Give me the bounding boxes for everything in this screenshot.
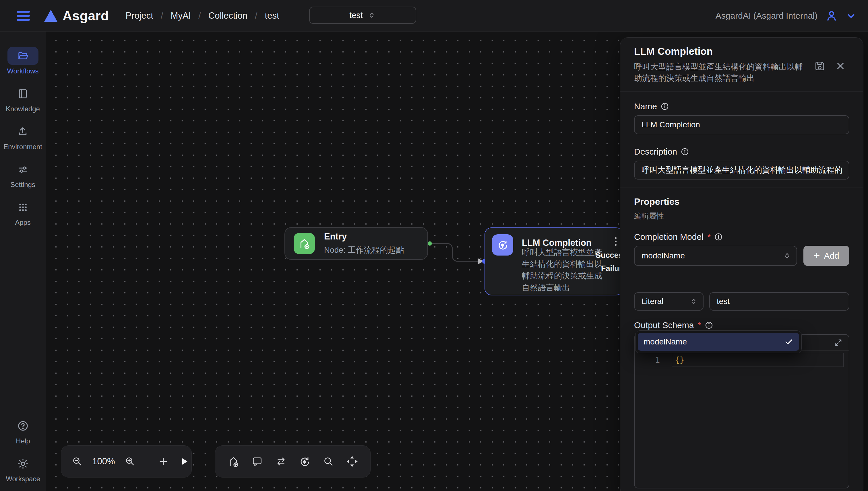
book-icon xyxy=(17,88,28,99)
swap-connections-button[interactable] xyxy=(274,455,288,468)
zoom-in-button[interactable] xyxy=(124,455,136,468)
comment-button[interactable] xyxy=(251,455,264,468)
sidebar-item-workflows[interactable]: Workflows xyxy=(7,47,38,75)
required-marker: * xyxy=(698,320,701,330)
properties-subtitle: 編輯屬性 xyxy=(634,211,849,221)
info-icon[interactable] xyxy=(714,233,723,241)
info-icon[interactable] xyxy=(660,102,669,111)
editor-code[interactable]: {} xyxy=(675,354,685,367)
info-icon[interactable] xyxy=(705,321,713,329)
refresh-dot-icon xyxy=(496,238,509,252)
search-icon xyxy=(322,455,335,468)
zoom-level: 100% xyxy=(91,456,116,467)
zoom-in-icon xyxy=(124,455,136,468)
search-canvas-button[interactable] xyxy=(322,455,335,468)
breadcrumb-project[interactable]: Project xyxy=(126,10,153,21)
top-bar: Asgard Project / MyAI / Collection / tes… xyxy=(0,0,868,32)
zoom-out-icon xyxy=(71,455,84,468)
refresh-dot-icon xyxy=(298,455,311,468)
completion-model-label: Completion Model * xyxy=(634,232,849,242)
gear-icon xyxy=(17,458,29,470)
node-llm-completion[interactable]: LLM Completion 呼叫大型語言模型並產生結構化的資料輸出以輔助流程的… xyxy=(485,227,623,295)
play-icon xyxy=(178,455,190,468)
user-icon[interactable] xyxy=(825,9,838,22)
properties-title: Properties xyxy=(634,197,849,207)
panel-divider xyxy=(620,91,863,92)
account-name: AsgardAI (Asgard Internal) xyxy=(715,11,817,21)
upload-icon xyxy=(17,126,28,137)
canvas-tools-toolbar xyxy=(215,445,371,478)
fit-view-button[interactable] xyxy=(346,455,359,468)
breadcrumb-separator: / xyxy=(255,10,257,21)
save-floppy-icon xyxy=(813,59,826,73)
sidebar-item-label: Help xyxy=(16,437,30,445)
sidebar-item-label: Settings xyxy=(10,181,35,189)
sidebar-item-help[interactable]: Help xyxy=(7,417,38,445)
description-field-label: Description xyxy=(634,147,849,156)
breadcrumb: Project / MyAI / Collection / test xyxy=(126,10,279,21)
brand-title: Asgard xyxy=(62,8,109,24)
check-icon xyxy=(784,337,793,346)
comment-icon xyxy=(251,455,264,468)
workflow-selector[interactable]: test xyxy=(309,7,416,24)
swap-arrows-icon xyxy=(274,455,288,468)
chevron-up-down-icon xyxy=(368,11,376,20)
chevron-up-down-icon xyxy=(690,297,698,306)
dropdown-item-modelname[interactable]: modelName xyxy=(638,333,799,351)
node-entry[interactable]: Entry Node: 工作流程的起點 xyxy=(284,227,428,260)
name-field-label: Name xyxy=(634,102,849,111)
help-icon xyxy=(17,420,29,432)
completion-model-select[interactable]: modelName xyxy=(634,246,797,266)
folder-icon xyxy=(17,50,29,62)
entry-node-title: Entry xyxy=(324,231,404,242)
description-input[interactable] xyxy=(634,161,849,179)
literal-type-select[interactable]: Literal xyxy=(634,292,704,311)
menu-hamburger-icon[interactable] xyxy=(17,11,30,21)
sidebar-item-label: Environment xyxy=(3,143,42,151)
sidebar-item-label: Apps xyxy=(15,219,31,227)
node-config-panel: LLM Completion 呼叫大型語言模型並產生結構化的資料輸出以輔助流程的… xyxy=(620,37,863,491)
sliders-icon xyxy=(17,164,29,175)
chevron-down-icon[interactable] xyxy=(846,10,857,21)
apps-grid-icon xyxy=(18,202,28,213)
panel-divider xyxy=(620,187,863,188)
plus-icon: + xyxy=(813,250,820,261)
add-entry-node-button[interactable] xyxy=(227,455,240,468)
output-schema-label: Output Schema * xyxy=(634,320,849,330)
info-icon[interactable] xyxy=(681,147,689,156)
add-node-button[interactable] xyxy=(157,455,170,468)
sidebar: Workflows Knowledge Environment Settings xyxy=(0,32,46,491)
auto-layout-button[interactable] xyxy=(298,455,311,468)
expand-icon[interactable] xyxy=(834,339,842,347)
breadcrumb-test[interactable]: test xyxy=(265,10,279,21)
sidebar-item-environment[interactable]: Environment xyxy=(3,123,42,151)
home-plus-icon xyxy=(298,237,311,250)
breadcrumb-myai[interactable]: MyAI xyxy=(171,10,191,21)
llm-node-description: 呼叫大型語言模型並產生結構化的資料輸出以輔助流程的決策或生成自然語言輸出 xyxy=(522,247,608,293)
model-dropdown-popover: modelName xyxy=(635,330,802,353)
editor-current-line-highlight xyxy=(672,353,844,367)
sidebar-item-settings[interactable]: Settings xyxy=(7,161,38,189)
home-plus-icon xyxy=(227,455,240,468)
completion-model-select-value: modelName xyxy=(642,251,685,260)
editor-line-number: 1 xyxy=(635,354,671,367)
add-model-button[interactable]: + Add xyxy=(804,246,849,266)
sidebar-item-label: Workflows xyxy=(7,67,38,75)
sidebar-item-knowledge[interactable]: Knowledge xyxy=(6,85,40,113)
run-workflow-button[interactable] xyxy=(178,455,190,468)
panel-title: LLM Completion xyxy=(634,46,849,57)
entry-output-port xyxy=(428,241,432,246)
zoom-out-button[interactable] xyxy=(71,455,84,468)
canvas-zoom-toolbar: 100% xyxy=(61,445,192,478)
save-button[interactable] xyxy=(813,59,826,73)
node-menu-kebab-icon[interactable] xyxy=(615,235,617,248)
output-schema-editor[interactable]: Editor 1 {} xyxy=(634,334,849,488)
entry-node-subtitle: Node: 工作流程的起點 xyxy=(324,244,404,256)
model-value-input[interactable] xyxy=(709,292,849,311)
close-panel-button[interactable] xyxy=(835,60,846,71)
sidebar-item-apps[interactable]: Apps xyxy=(7,199,38,227)
breadcrumb-collection[interactable]: Collection xyxy=(208,10,247,21)
sidebar-item-workspace[interactable]: Workspace xyxy=(6,455,40,483)
name-input[interactable] xyxy=(634,115,849,134)
breadcrumb-separator: / xyxy=(161,10,163,21)
